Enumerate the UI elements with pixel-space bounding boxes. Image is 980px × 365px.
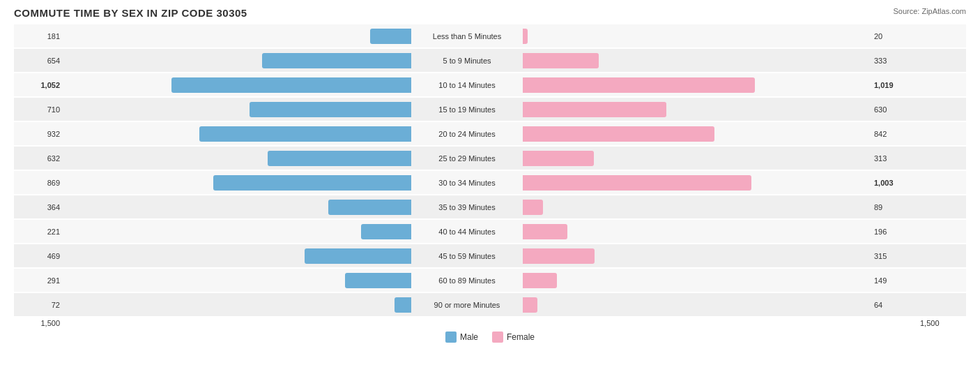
table-row: 364 35 to 39 Minutes 89 <box>14 195 966 218</box>
female-bar <box>523 151 594 166</box>
male-bar-container <box>63 297 411 313</box>
female-value: 313 <box>871 154 920 163</box>
table-row: 932 20 to 24 Minutes 842 <box>14 122 966 145</box>
row-label: 20 to 24 Minutes <box>411 130 523 138</box>
row-label: 30 to 34 Minutes <box>411 179 523 187</box>
female-bar-container <box>523 273 871 288</box>
male-bar <box>199 126 411 142</box>
axis-right-label: 1,500 <box>917 319 966 327</box>
male-bar-container <box>63 151 411 166</box>
male-value: 469 <box>14 252 63 260</box>
axis-row: 1,500 1,500 <box>14 319 966 327</box>
male-bar-container <box>63 200 411 215</box>
row-label: 45 to 59 Minutes <box>411 252 523 260</box>
female-bar-container <box>523 175 871 191</box>
row-label: 90 or more Minutes <box>411 301 523 309</box>
male-bar <box>370 29 411 44</box>
female-value: 89 <box>871 203 920 211</box>
female-value: 64 <box>871 301 920 309</box>
table-row: 72 90 or more Minutes 64 <box>14 293 966 316</box>
table-row: 869 30 to 34 Minutes 1,003 <box>14 171 966 194</box>
female-bar <box>523 77 755 93</box>
male-value: 291 <box>14 276 63 285</box>
male-bar <box>171 77 411 93</box>
male-value: 181 <box>14 32 63 40</box>
male-bar-container <box>63 224 411 239</box>
table-row: 1,052 10 to 14 Minutes 1,019 <box>14 73 966 96</box>
female-bar-container <box>523 102 871 117</box>
male-bar <box>213 175 411 191</box>
row-label: 10 to 14 Minutes <box>411 81 523 89</box>
male-bar-container <box>63 29 411 44</box>
female-bar-container <box>523 53 871 68</box>
female-bar <box>523 53 599 68</box>
row-label: 5 to 9 Minutes <box>411 57 523 65</box>
female-bar-container <box>523 224 871 239</box>
female-bar <box>523 102 666 117</box>
female-bar <box>523 29 528 44</box>
male-bar-container <box>63 175 411 191</box>
female-value: 842 <box>871 130 920 138</box>
female-bar <box>523 248 595 264</box>
male-bar <box>328 200 411 215</box>
male-value: 364 <box>14 203 63 211</box>
table-row: 181 Less than 5 Minutes 20 <box>14 24 966 47</box>
female-bar-container <box>523 126 871 142</box>
male-bar <box>268 151 411 166</box>
row-label: 35 to 39 Minutes <box>411 203 523 211</box>
male-value: 932 <box>14 130 63 138</box>
female-bar-container <box>523 248 871 264</box>
female-value: 1,003 <box>871 179 920 187</box>
male-value: 710 <box>14 105 63 114</box>
bars-area: 181 Less than 5 Minutes 20 654 5 to 9 Mi… <box>14 24 966 316</box>
female-value: 20 <box>871 32 920 40</box>
female-bar <box>523 273 557 288</box>
female-bar <box>523 175 751 191</box>
female-bar-container <box>523 77 871 93</box>
male-bar-container <box>63 126 411 142</box>
male-bar <box>345 273 411 288</box>
table-row: 469 45 to 59 Minutes 315 <box>14 244 966 267</box>
row-label: 40 to 44 Minutes <box>411 228 523 236</box>
female-value: 149 <box>871 276 920 285</box>
chart-title: COMMUTE TIME BY SEX IN ZIP CODE 30305 <box>14 7 966 19</box>
female-bar-container <box>523 297 871 313</box>
legend-male-label: Male <box>460 332 478 342</box>
male-bar <box>250 102 411 117</box>
male-value: 654 <box>14 57 63 65</box>
table-row: 291 60 to 89 Minutes 149 <box>14 269 966 292</box>
row-label: 25 to 29 Minutes <box>411 154 523 163</box>
male-bar <box>262 53 411 68</box>
male-bar-container <box>63 273 411 288</box>
table-row: 632 25 to 29 Minutes 313 <box>14 147 966 170</box>
legend-male: Male <box>445 332 478 343</box>
male-bar <box>305 248 411 264</box>
male-bar-container <box>63 102 411 117</box>
row-label: Less than 5 Minutes <box>411 32 523 40</box>
female-bar-container <box>523 29 871 44</box>
male-bar-container <box>63 53 411 68</box>
female-value: 196 <box>871 228 920 236</box>
female-bar-container <box>523 151 871 166</box>
row-label: 15 to 19 Minutes <box>411 105 523 114</box>
male-value: 632 <box>14 154 63 163</box>
female-bar <box>523 224 567 239</box>
legend-female-box <box>492 332 503 343</box>
male-bar-container <box>63 248 411 264</box>
legend-female: Female <box>492 332 535 343</box>
source-label: Source: ZipAtlas.com <box>893 7 966 15</box>
female-bar <box>523 200 543 215</box>
male-value: 1,052 <box>14 81 63 89</box>
male-value: 72 <box>14 301 63 309</box>
female-bar-container <box>523 200 871 215</box>
female-value: 315 <box>871 252 920 260</box>
legend-male-box <box>445 332 457 343</box>
row-label: 60 to 89 Minutes <box>411 276 523 285</box>
female-value: 630 <box>871 105 920 114</box>
female-bar <box>523 126 714 142</box>
male-bar <box>395 297 411 313</box>
female-value: 1,019 <box>871 81 920 89</box>
legend: Male Female <box>14 332 966 343</box>
male-value: 221 <box>14 228 63 236</box>
table-row: 654 5 to 9 Minutes 333 <box>14 49 966 72</box>
